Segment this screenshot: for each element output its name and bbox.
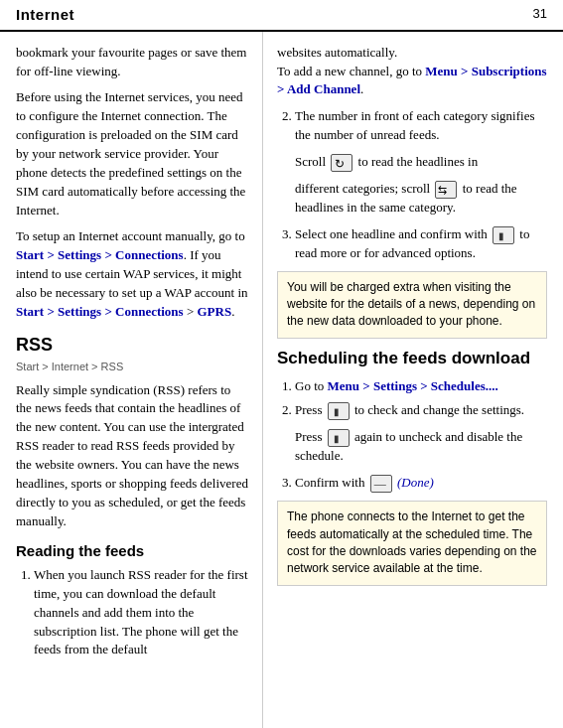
- settings-connections-link: Start > Settings > Connections: [16, 247, 184, 262]
- uncheck-nav-icon: [328, 429, 350, 447]
- right-column: websites automatically. To add a new cha…: [263, 32, 563, 728]
- page: Internet 31 bookmark your favourite page…: [0, 0, 563, 728]
- sched-item-1: Go to Menu > Settings > Schedules....: [295, 377, 547, 396]
- page-title: Internet: [16, 4, 74, 26]
- start-settings-link: Start > Settings > Connections: [16, 304, 184, 319]
- reading-feeds-title: Reading the feeds: [16, 540, 248, 562]
- intro-paragraph-2: Before using the Internet services, you …: [16, 88, 248, 219]
- rss-section-title: RSS: [16, 332, 248, 358]
- rss-body: Really simple syndication (RSS) refers t…: [16, 381, 248, 531]
- note-box-2: The phone connects to the Internet to ge…: [277, 501, 547, 586]
- note-box-1: You will be charged extra when visiting …: [277, 271, 547, 339]
- reading-item-3: Select one headline and confirm with to …: [295, 225, 547, 263]
- done-label: (Done): [397, 475, 434, 490]
- left-column: bookmark your favourite pages or save th…: [0, 32, 263, 728]
- done-icon: [370, 475, 392, 493]
- reading-list-continued: The number in front of each category sig…: [277, 107, 547, 262]
- reading-list: When you launch RSS reader for the first…: [16, 566, 248, 659]
- reading-item-1: When you launch RSS reader for the first…: [34, 566, 248, 659]
- confirm-nav-icon: [493, 226, 514, 244]
- websites-text: websites automatically. To add a new cha…: [277, 44, 547, 100]
- scheduling-list: Go to Menu > Settings > Schedules.... Pr…: [277, 377, 547, 494]
- gprs-link: GPRS: [198, 304, 232, 319]
- intro-paragraph-3: To setup an Internet account manually, g…: [16, 227, 248, 321]
- scroll-leftright-icon: [435, 181, 457, 199]
- menu-settings-link: Menu > Settings > Schedules....: [328, 378, 498, 393]
- content-area: bookmark your favourite pages or save th…: [0, 32, 563, 728]
- reading-item-2: The number in front of each category sig…: [295, 107, 547, 218]
- page-header: Internet 31: [0, 0, 563, 32]
- sched-item-2: Press to check and change the settings. …: [295, 401, 547, 466]
- sched-item-3: Confirm with (Done): [295, 474, 547, 493]
- page-number: 31: [533, 5, 547, 24]
- scroll-rotate-icon: [331, 154, 352, 172]
- intro-paragraph-1: bookmark your favourite pages or save th…: [16, 44, 248, 81]
- rss-subtitle: Start > Internet > RSS: [16, 360, 248, 375]
- scheduling-title: Scheduling the feeds download: [277, 347, 547, 371]
- check-nav-icon: [328, 402, 350, 420]
